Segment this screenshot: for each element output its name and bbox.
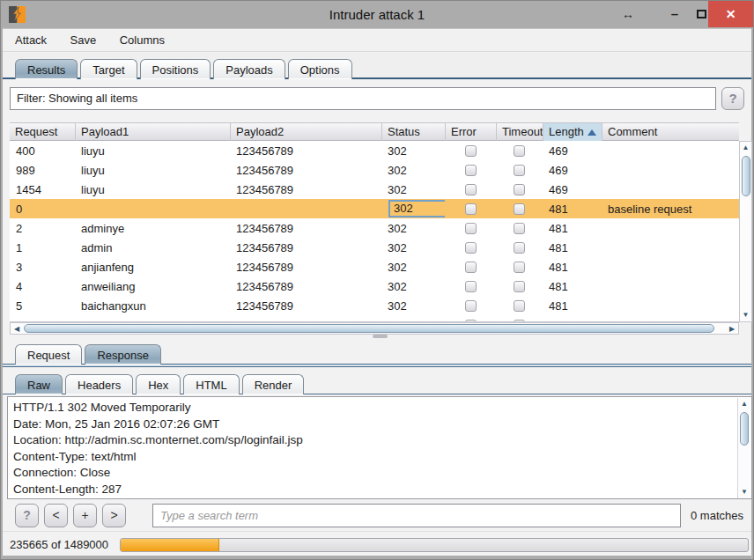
timeout-checkbox[interactable] [514, 203, 525, 215]
response-line: Date: Mon, 25 Jan 2016 02:07:26 GMT [13, 416, 734, 433]
results-table-body: 400 liuyu 123456789 302 469 989 liuyu 12… [10, 141, 739, 322]
cell-status: 302 [381, 299, 445, 313]
cell-timeout [496, 300, 543, 312]
cell-payload1: liuyu [75, 144, 230, 158]
timeout-checkbox[interactable] [514, 145, 525, 157]
table-row[interactable]: 1454 liuyu 123456789 302 469 [10, 180, 739, 199]
error-checkbox[interactable] [465, 223, 477, 234]
scroll-down-icon[interactable]: ▼ [740, 309, 751, 321]
tab-response[interactable]: Response [85, 344, 161, 365]
tab-positions[interactable]: Positions [140, 59, 211, 79]
table-row[interactable]: 3 anjianfeng 123456789 302 481 [10, 257, 739, 276]
menu-save[interactable]: Save [63, 29, 104, 47]
cell-request: 1 [10, 241, 75, 254]
cell-length: 469 [543, 144, 602, 158]
tab-payloads[interactable]: Payloads [213, 59, 285, 79]
cell-payload2: 123456789 [230, 299, 381, 313]
table-row[interactable]: 5 baichangxun 123456789 302 481 [10, 296, 739, 315]
col-header-comment[interactable]: Comment [602, 123, 739, 142]
timeout-checkbox[interactable] [514, 223, 525, 234]
error-checkbox[interactable] [465, 165, 477, 176]
filter-bar[interactable]: Filter: Showing all items [10, 87, 716, 110]
timeout-checkbox[interactable] [514, 281, 525, 292]
menu-attack[interactable]: Attack [8, 29, 54, 47]
table-row[interactable]: 4 anweiliang 123456789 302 481 [10, 276, 739, 296]
error-checkbox[interactable] [465, 281, 477, 292]
cell-timeout [496, 184, 543, 195]
table-scroll-thumb[interactable] [742, 156, 750, 196]
error-checkbox[interactable] [465, 145, 477, 157]
pane-splitter-handle[interactable] [373, 335, 388, 338]
cell-length: 481 [543, 241, 602, 254]
tab-raw[interactable]: Raw [15, 374, 63, 394]
cell-payload1: anweiliang [75, 280, 230, 293]
tab-hex[interactable]: Hex [136, 374, 181, 394]
response-scroll-up-icon[interactable]: ▲ [738, 398, 750, 410]
table-row[interactable]: 0 302 481 baseline request [10, 199, 739, 218]
scroll-right-icon[interactable]: ▶ [726, 323, 738, 334]
cell-payload1: liuyu [75, 164, 230, 177]
col-header-payload2[interactable]: Payload2 [230, 123, 381, 142]
cell-request: 400 [10, 144, 75, 158]
response-scroll-thumb[interactable] [740, 412, 749, 446]
tab-target[interactable]: Target [80, 59, 137, 79]
scroll-up-icon[interactable]: ▲ [740, 142, 751, 154]
cell-payload2: 123456789 [230, 280, 381, 293]
col-header-request[interactable]: Request [10, 123, 75, 142]
response-vertical-scrollbar[interactable]: ▲ ▼ [737, 398, 750, 498]
error-checkbox[interactable] [465, 262, 477, 273]
timeout-checkbox[interactable] [514, 184, 525, 195]
filter-help-button[interactable]: ? [721, 87, 744, 110]
col-header-error[interactable]: Error [445, 123, 496, 142]
message-tab-underline-2 [3, 365, 751, 367]
close-button[interactable]: ✕ [708, 1, 753, 27]
progress-count: 235665 of 1489000 [10, 532, 108, 557]
response-viewer[interactable]: HTTP/1.1 302 Moved TemporarilyDate: Mon,… [7, 396, 752, 499]
tab-html[interactable]: HTML [183, 374, 239, 394]
col-header-status[interactable]: Status [381, 123, 445, 142]
timeout-checkbox[interactable] [514, 262, 525, 273]
error-checkbox[interactable] [465, 203, 477, 215]
minimize-button[interactable]: – [663, 1, 686, 27]
tab-options[interactable]: Options [288, 59, 352, 79]
progress-fill [121, 539, 219, 551]
search-input[interactable] [152, 504, 681, 527]
cell-timeout [496, 281, 543, 292]
cell-length: 469 [543, 183, 602, 196]
col-header-length[interactable]: Length [543, 123, 602, 142]
table-hscroll-thumb[interactable] [24, 324, 714, 333]
timeout-checkbox[interactable] [514, 300, 525, 312]
title-bar[interactable]: Intruder attack 1 ↔ – ✕ [1, 1, 753, 28]
col-header-payload1[interactable]: Payload1 [75, 123, 230, 142]
cell-status: 302 [381, 261, 445, 274]
timeout-checkbox[interactable] [514, 242, 525, 254]
tab-results[interactable]: Results [15, 59, 78, 79]
tab-headers[interactable]: Headers [65, 374, 133, 394]
scroll-left-icon[interactable]: ◀ [11, 323, 23, 334]
table-horizontal-scrollbar[interactable]: ◀ ▶ [10, 322, 739, 335]
cell-request: 1454 [10, 183, 75, 196]
search-add-button[interactable]: + [73, 504, 97, 527]
menu-columns[interactable]: Columns [113, 29, 172, 47]
timeout-checkbox[interactable] [514, 165, 525, 176]
error-checkbox[interactable] [465, 184, 477, 195]
table-row[interactable]: 6 baibo 123456789 302 481 [10, 315, 739, 322]
error-checkbox[interactable] [465, 300, 477, 312]
search-next-button[interactable]: > [102, 504, 126, 527]
response-scroll-down-icon[interactable]: ▼ [738, 486, 750, 498]
attack-progress-bar [120, 538, 749, 552]
col-header-timeout[interactable]: Timeout [496, 123, 543, 142]
search-previous-button[interactable]: < [44, 504, 68, 527]
table-vertical-scrollbar[interactable]: ▲ ▼ [739, 141, 752, 322]
restore-arrows-icon[interactable]: ↔ [616, 1, 640, 27]
table-row[interactable]: 400 liuyu 123456789 302 469 [10, 141, 739, 160]
tab-render[interactable]: Render [242, 374, 305, 394]
error-checkbox[interactable] [465, 242, 477, 254]
cell-request: 989 [10, 164, 75, 177]
table-row[interactable]: 1 admin 123456789 302 481 [10, 238, 739, 257]
tab-request[interactable]: Request [15, 344, 82, 365]
search-help-button[interactable]: ? [15, 504, 39, 527]
table-row[interactable]: 989 liuyu 123456789 302 469 [10, 160, 739, 180]
table-row[interactable]: 2 adminye 123456789 302 481 [10, 218, 739, 238]
focused-cell[interactable]: 302 [388, 200, 445, 217]
